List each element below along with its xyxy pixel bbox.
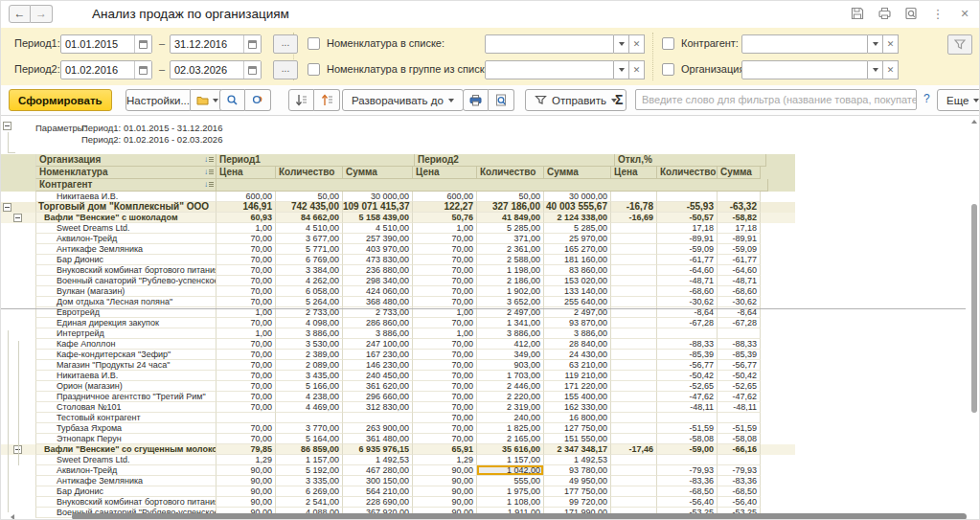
scroll-up-icon[interactable] bbox=[971, 120, 977, 124]
report-cell[interactable]: 2 089,00 bbox=[276, 360, 343, 371]
report-cell[interactable]: 50,00 bbox=[276, 192, 343, 202]
vertical-scroll-thumb[interactable] bbox=[971, 204, 977, 413]
sort-icon[interactable]: ↓ bbox=[204, 156, 214, 165]
report-cell[interactable]: -63,32 bbox=[718, 202, 761, 213]
report-cell[interactable]: 70,00 bbox=[413, 350, 477, 360]
column-header-counterparty[interactable]: Контрагент↓ bbox=[35, 179, 217, 192]
report-cell[interactable]: -58,82 bbox=[718, 213, 761, 223]
forward-button[interactable]: → bbox=[31, 5, 53, 23]
report-cell[interactable]: 70,00 bbox=[217, 434, 276, 444]
report-cell[interactable]: -68,50 bbox=[718, 486, 761, 497]
report-cell[interactable]: -68,50 bbox=[657, 486, 718, 497]
column-header-organization[interactable]: Организация↓ bbox=[35, 154, 217, 167]
report-cell[interactable]: 83 860,00 bbox=[544, 265, 611, 276]
report-cell[interactable]: 28 840,00 bbox=[544, 339, 611, 350]
report-cell[interactable] bbox=[657, 328, 718, 339]
report-cell[interactable]: 1 492,53 bbox=[544, 455, 611, 465]
report-cell[interactable] bbox=[611, 486, 657, 497]
close-icon[interactable]: ✕ bbox=[956, 6, 973, 21]
report-cell[interactable]: 1 825,00 bbox=[477, 423, 544, 434]
report-cell[interactable]: 70,00 bbox=[413, 413, 477, 423]
report-cell[interactable]: -61,77 bbox=[718, 255, 761, 265]
report-cell[interactable]: -48,11 bbox=[718, 402, 761, 413]
report-cell[interactable]: 24 430,00 bbox=[544, 350, 611, 360]
report-cell[interactable] bbox=[718, 328, 761, 339]
period2-to-field[interactable]: 02.03.2026 bbox=[170, 60, 262, 79]
report-cell[interactable]: -56,77 bbox=[657, 360, 718, 371]
report-cell[interactable] bbox=[611, 192, 657, 202]
row-name-cell[interactable]: Торговый дом "Комплексный" ООО bbox=[35, 202, 217, 213]
report-cell[interactable]: 84 662,00 bbox=[276, 213, 343, 223]
report-cell[interactable]: 286 860,00 bbox=[343, 318, 413, 328]
report-cell[interactable]: -16,78 bbox=[611, 202, 657, 213]
report-cell[interactable]: 361 620,00 bbox=[343, 381, 413, 392]
counterparty-checkbox[interactable] bbox=[662, 37, 674, 50]
report-cell[interactable]: 240,00 bbox=[477, 413, 544, 423]
report-cell[interactable]: 3 886,00 bbox=[276, 328, 343, 339]
report-cell[interactable]: 90,00 bbox=[413, 486, 477, 497]
collapse-parameters-icon[interactable] bbox=[3, 122, 11, 130]
report-cell[interactable]: -66,16 bbox=[718, 444, 761, 455]
report-cell[interactable]: 70,00 bbox=[413, 286, 477, 297]
report-cell[interactable]: 5 164,00 bbox=[276, 434, 343, 444]
report-cell[interactable]: -58,08 bbox=[718, 434, 761, 444]
clear-icon[interactable]: ✕ bbox=[883, 34, 899, 54]
report-cell[interactable] bbox=[611, 465, 657, 476]
report-cell[interactable]: 70,00 bbox=[217, 392, 276, 402]
sigma-autosum-icon[interactable]: Σ bbox=[615, 92, 623, 107]
report-cell[interactable]: -59,09 bbox=[718, 244, 761, 255]
report-cell[interactable]: 6 269,00 bbox=[276, 486, 343, 497]
nomenclature-group-combo[interactable]: ✕ bbox=[485, 60, 645, 79]
report-cell[interactable]: 90,00 bbox=[413, 476, 477, 486]
report-cell[interactable]: 4 262,00 bbox=[276, 276, 343, 286]
report-cell[interactable]: -55,93 bbox=[657, 202, 718, 213]
report-cell[interactable]: 1 108,00 bbox=[477, 497, 544, 508]
report-cell[interactable] bbox=[217, 413, 276, 423]
horizontal-scroll-thumb[interactable] bbox=[72, 513, 967, 520]
report-cell[interactable]: 17,18 bbox=[657, 223, 718, 234]
report-cell[interactable]: 5 771,00 bbox=[276, 244, 343, 255]
report-cell[interactable]: 236 880,00 bbox=[343, 265, 413, 276]
report-cell[interactable]: 63 210,00 bbox=[544, 360, 611, 371]
report-cell[interactable]: -64,60 bbox=[657, 265, 718, 276]
report-cell[interactable]: 371,00 bbox=[477, 234, 544, 244]
report-cell[interactable]: 165 270,00 bbox=[544, 244, 611, 255]
report-cell[interactable]: 1,00 bbox=[217, 223, 276, 234]
report-cell[interactable] bbox=[611, 318, 657, 328]
report-cell[interactable] bbox=[611, 360, 657, 371]
report-cell[interactable]: 1 198,00 bbox=[477, 265, 544, 276]
nomenclature-list-checkbox[interactable] bbox=[308, 37, 320, 50]
organization-combo[interactable]: ✕ bbox=[741, 60, 899, 79]
report-cell[interactable]: 3 435,00 bbox=[276, 371, 343, 381]
report-cell[interactable]: 349,00 bbox=[477, 350, 544, 360]
report-cell[interactable]: 1,00 bbox=[413, 328, 477, 339]
report-cell[interactable]: -64,60 bbox=[718, 265, 761, 276]
report-cell[interactable]: 2 446,00 bbox=[477, 381, 544, 392]
report-cell[interactable]: -59,00 bbox=[657, 444, 718, 455]
report-cell[interactable]: 298 340,00 bbox=[343, 276, 413, 286]
report-cell[interactable]: 6 769,00 bbox=[276, 255, 343, 265]
report-cell[interactable]: 70,00 bbox=[413, 276, 477, 286]
report-cell[interactable]: -89,91 bbox=[657, 234, 718, 244]
report-cell[interactable]: 70,00 bbox=[217, 297, 276, 307]
report-cell[interactable]: 151 550,00 bbox=[544, 434, 611, 444]
report-cell[interactable] bbox=[343, 413, 413, 423]
report-cell[interactable]: 70,00 bbox=[413, 244, 477, 255]
report-cell[interactable]: 79,85 bbox=[217, 444, 276, 455]
report-cell[interactable]: 5 166,00 bbox=[276, 381, 343, 392]
report-cell[interactable]: 50,00 bbox=[477, 192, 544, 202]
period1-to-value[interactable]: 31.12.2016 bbox=[171, 35, 243, 53]
report-cell[interactable]: 5 158 439,00 bbox=[343, 213, 413, 223]
row-name-cell[interactable]: Кафе Аполлон bbox=[35, 339, 217, 350]
report-cell[interactable] bbox=[611, 234, 657, 244]
row-name-cell[interactable]: Турбаза Яхрома bbox=[35, 423, 217, 434]
report-cell[interactable]: 312 830,00 bbox=[343, 402, 413, 413]
report-cell[interactable]: 903,00 bbox=[477, 360, 544, 371]
row-name-cell[interactable]: Орион (магазин) bbox=[35, 381, 217, 392]
report-cell[interactable]: 3 770,00 bbox=[276, 423, 343, 434]
report-cell[interactable]: 146 230,00 bbox=[343, 360, 413, 371]
report-cell[interactable] bbox=[657, 192, 718, 202]
column-header-nomenclature[interactable]: Номенклатура↓ bbox=[35, 167, 217, 179]
report-cell[interactable]: 70,00 bbox=[217, 234, 276, 244]
report-cell[interactable]: 3 530,00 bbox=[276, 339, 343, 350]
